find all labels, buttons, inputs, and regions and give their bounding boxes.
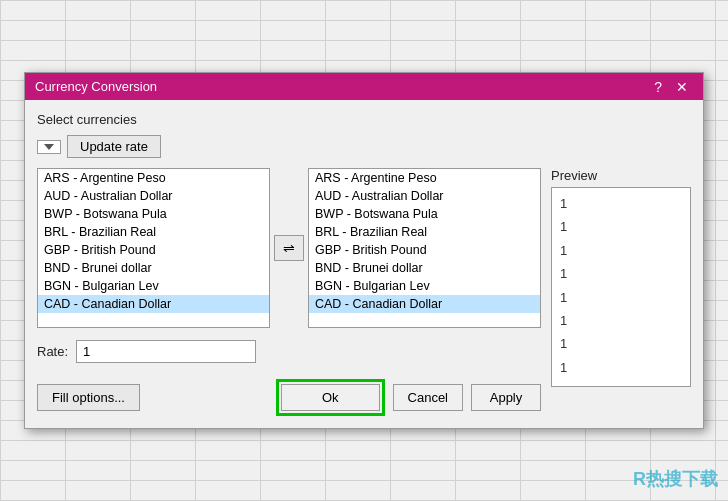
help-button[interactable]: ? (649, 80, 667, 94)
list-item[interactable]: BWP - Botswana Pula (309, 205, 540, 223)
list-item-selected[interactable]: CAD - Canadian Dollar (38, 295, 269, 313)
preview-value: 1 (560, 239, 682, 262)
preview-value: 1 (560, 332, 682, 355)
list-item[interactable]: BRL - Brazilian Real (309, 223, 540, 241)
preview-value: 1 (560, 379, 682, 387)
preview-value: 1 (560, 286, 682, 309)
chevron-down-icon (44, 144, 54, 150)
list-item[interactable]: BGN - Bulgarian Lev (309, 277, 540, 295)
preview-value: 1 (560, 356, 682, 379)
list-item[interactable]: BGN - Bulgarian Lev (38, 277, 269, 295)
preview-value: 1 (560, 192, 682, 215)
list-item[interactable]: BWP - Botswana Pula (38, 205, 269, 223)
preview-box: 1 1 1 1 1 1 1 1 1 1 1 (551, 187, 691, 387)
preview-panel: Preview 1 1 1 1 1 1 1 1 1 1 1 (551, 168, 691, 416)
list-item[interactable]: AUD - Australian Dollar (38, 187, 269, 205)
preview-value: 1 (560, 309, 682, 332)
list-item[interactable]: BND - Brunei dollar (38, 259, 269, 277)
dialog-titlebar: Currency Conversion ? ✕ (25, 73, 703, 100)
list-item-selected[interactable]: CAD - Canadian Dollar (309, 295, 540, 313)
titlebar-buttons: ? ✕ (649, 80, 693, 94)
list-item[interactable]: BND - Brunei dollar (309, 259, 540, 277)
cancel-button[interactable]: Cancel (393, 384, 463, 411)
right-currency-list[interactable]: ARS - Argentine Peso AUD - Australian Do… (308, 168, 541, 328)
preview-value: 1 (560, 215, 682, 238)
dropdown-button[interactable] (37, 140, 61, 154)
rate-input[interactable] (76, 340, 256, 363)
transfer-button[interactable]: ⇌ (274, 235, 304, 261)
left-currency-list[interactable]: ARS - Argentine Peso AUD - Australian Do… (37, 168, 270, 328)
ok-button-wrapper: Ok (276, 379, 385, 416)
list-item[interactable]: GBP - British Pound (309, 241, 540, 259)
dialog-content: ARS - Argentine Peso AUD - Australian Do… (37, 168, 691, 416)
dialog-body: Select currencies Update rate ARS - Arge… (25, 100, 703, 428)
list-item[interactable]: ARS - Argentine Peso (38, 169, 269, 187)
left-panel: ARS - Argentine Peso AUD - Australian Do… (37, 168, 541, 416)
dialog-overlay: Currency Conversion ? ✕ Select currencie… (0, 0, 728, 501)
update-rate-button[interactable]: Update rate (67, 135, 161, 158)
fill-options-button[interactable]: Fill options... (37, 384, 140, 411)
list-item[interactable]: BRL - Brazilian Real (38, 223, 269, 241)
apply-button[interactable]: Apply (471, 384, 541, 411)
preview-label: Preview (551, 168, 691, 183)
lists-area: ARS - Argentine Peso AUD - Australian Do… (37, 168, 541, 328)
ok-button[interactable]: Ok (281, 384, 380, 411)
close-button[interactable]: ✕ (671, 80, 693, 94)
top-controls: Update rate (37, 135, 691, 158)
transfer-btn-area: ⇌ (274, 235, 304, 261)
bottom-buttons: Fill options... Ok Cancel Apply (37, 379, 541, 416)
rate-row: Rate: (37, 340, 541, 363)
list-item[interactable]: ARS - Argentine Peso (309, 169, 540, 187)
list-item[interactable]: AUD - Australian Dollar (309, 187, 540, 205)
rate-label: Rate: (37, 344, 68, 359)
dialog-title: Currency Conversion (35, 79, 157, 94)
section-label: Select currencies (37, 112, 691, 127)
currency-conversion-dialog: Currency Conversion ? ✕ Select currencie… (24, 72, 704, 429)
preview-value: 1 (560, 262, 682, 285)
list-item[interactable]: GBP - British Pound (38, 241, 269, 259)
